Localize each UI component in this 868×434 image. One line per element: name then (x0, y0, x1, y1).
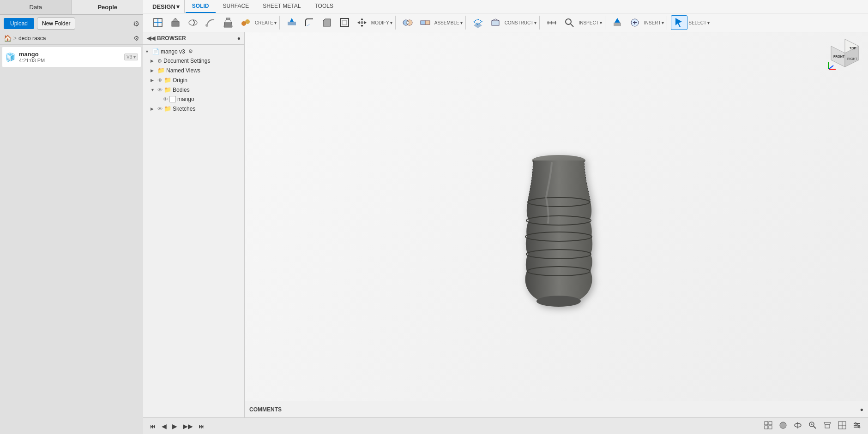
svg-line-69 (814, 426, 816, 428)
file-details: mango 4:21:03 PM (19, 51, 121, 63)
tree-body-icon (169, 96, 176, 102)
tab-surface[interactable]: SURFACE (217, 0, 256, 13)
as-built-joint-button[interactable] (417, 16, 434, 30)
orbit-button[interactable] (791, 420, 804, 432)
svg-marker-28 (474, 23, 482, 28)
fillet-button[interactable] (301, 16, 318, 30)
design-dropdown-icon: ▾ (176, 3, 180, 10)
chamfer-icon (321, 17, 332, 28)
breadcrumb-name: dedo rasca (18, 35, 46, 42)
tree-eye-mango-body[interactable]: 👁 (163, 96, 168, 102)
svg-marker-40 (615, 18, 620, 23)
insert-button[interactable] (609, 16, 626, 30)
svg-rect-39 (614, 23, 621, 26)
svg-rect-13 (288, 22, 296, 25)
construct-label: CONSTRUCT ▾ (505, 20, 537, 25)
tree-version-icon[interactable]: ⚙ (188, 48, 193, 54)
joint-icon (402, 17, 413, 28)
tree-item-origin[interactable]: ▶ 👁 📁 Origin (143, 75, 244, 85)
file-item[interactable]: 🧊 mango 4:21:03 PM V3 ▾ (2, 47, 141, 67)
loft-button[interactable] (220, 16, 236, 30)
file-version[interactable]: V3 ▾ (124, 54, 138, 60)
svg-marker-20 (357, 21, 360, 24)
tree-eye-origin[interactable]: 👁 (157, 77, 163, 83)
display-mode-button[interactable] (777, 420, 790, 432)
comments-options-icon[interactable]: ● (860, 406, 863, 413)
move-icon (356, 17, 368, 28)
svg-rect-64 (769, 426, 772, 429)
chamfer-button[interactable] (319, 16, 335, 30)
browser-header: ◀◀ BROWSER ● (143, 32, 244, 45)
skip-start-button[interactable]: ⏮ (148, 422, 158, 431)
svg-marker-4 (172, 18, 179, 22)
joint-button[interactable] (399, 16, 416, 30)
settings-icon[interactable]: ⚙ (133, 19, 139, 28)
tree-item-root[interactable]: ▼ 📄 mango v3 ⚙ (143, 47, 244, 56)
tree-arrow-named-views: ▶ (151, 68, 156, 73)
zoom-button[interactable] (806, 420, 819, 432)
new-folder-button[interactable]: New Folder (37, 18, 75, 30)
grid-display-button[interactable] (762, 420, 775, 432)
svg-marker-14 (290, 18, 294, 22)
viewport-layout-button[interactable] (836, 420, 849, 432)
tab-tools[interactable]: TOOLS (308, 0, 339, 13)
extrude-button[interactable] (167, 16, 184, 30)
insert-more-icon (629, 17, 640, 28)
main-area: DESIGN ▾ SOLID SURFACE SHEET METAL TOOLS (143, 0, 868, 434)
select-icon (674, 17, 685, 28)
sweep-button[interactable] (202, 16, 219, 30)
play-button[interactable]: ▶ (170, 422, 179, 431)
svg-point-12 (245, 19, 250, 24)
breadcrumb-settings-icon[interactable]: ⚙ (133, 35, 139, 42)
insert-more-button[interactable] (627, 16, 643, 30)
tab-solid[interactable]: SOLID (186, 0, 216, 13)
svg-rect-30 (492, 21, 499, 25)
offset-plane-button[interactable] (470, 16, 486, 30)
move-button[interactable] (354, 16, 370, 30)
browser-tree: ▼ 📄 mango v3 ⚙ ▶ ⚙ Document Settings ▶ 📁… (143, 45, 244, 417)
inspect-more-button[interactable] (561, 16, 578, 30)
tab-sheet-metal[interactable]: SHEET METAL (256, 0, 307, 13)
tab-people[interactable]: People (72, 0, 144, 14)
new-component-icon (152, 17, 163, 28)
create-more-button[interactable] (237, 16, 254, 30)
tree-item-mango-body[interactable]: 👁 mango (143, 95, 244, 104)
browser-collapse-icon[interactable]: ◀◀ (147, 35, 155, 42)
tab-data[interactable]: Data (0, 0, 72, 14)
tree-eye-bodies[interactable]: 👁 (157, 87, 163, 93)
select-button[interactable] (671, 15, 687, 30)
perspective-button[interactable] (821, 420, 834, 432)
upload-button[interactable]: Upload (4, 18, 34, 29)
measure-button[interactable] (543, 16, 560, 30)
display-settings-button[interactable] (850, 420, 863, 432)
view-controls (762, 420, 863, 432)
svg-rect-7 (226, 18, 230, 20)
svg-rect-72 (825, 425, 830, 428)
construct-more-button[interactable] (487, 16, 504, 30)
select-label: SELECT ▾ (688, 20, 710, 25)
new-component-button[interactable] (150, 16, 166, 30)
tree-item-bodies[interactable]: ▼ 👁 📁 Bodies (143, 85, 244, 95)
press-pull-button[interactable] (283, 16, 300, 30)
insert-group: INSERT ▾ (606, 16, 668, 30)
tree-eye-sketches[interactable]: 👁 (157, 106, 163, 112)
tree-item-named-views[interactable]: ▶ 📁 Named Views (143, 65, 244, 75)
step-forward-button[interactable]: ▶▶ (181, 422, 195, 431)
file-time: 4:21:03 PM (19, 58, 121, 63)
viewport[interactable]: TOP FRONT RIGHT COMMENTS ● (245, 32, 868, 417)
svg-rect-3 (172, 22, 179, 26)
design-button[interactable]: DESIGN ▾ (148, 0, 185, 13)
home-icon[interactable]: 🏠 (4, 35, 12, 42)
revolve-button[interactable] (185, 16, 201, 30)
navigation-cube[interactable]: TOP FRONT RIGHT (826, 37, 863, 74)
svg-point-65 (780, 422, 786, 428)
tree-item-doc-settings[interactable]: ▶ ⚙ Document Settings (143, 56, 244, 65)
shell-button[interactable] (336, 16, 353, 30)
step-back-button[interactable]: ◀ (160, 422, 169, 431)
svg-point-82 (858, 426, 860, 428)
browser-options-icon[interactable]: ● (237, 35, 241, 42)
tree-item-sketches[interactable]: ▶ 👁 📁 Sketches (143, 104, 244, 113)
skip-end-button[interactable]: ⏭ (197, 422, 207, 431)
create-label: CREATE ▾ (255, 20, 277, 25)
toolbar-icons: CREATE ▾ (143, 13, 868, 32)
